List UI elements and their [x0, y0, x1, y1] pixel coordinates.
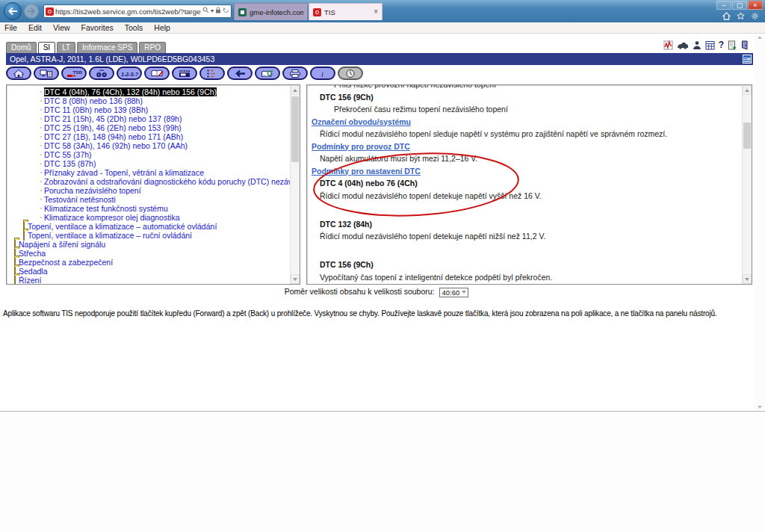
- tree-link[interactable]: DTC 11 (0Bh) nebo 139 (8Bh): [44, 105, 148, 114]
- menu-item-file[interactable]: File: [4, 23, 17, 32]
- browser-tab-tis[interactable]: TIS ×: [309, 3, 382, 20]
- browser-forward-button[interactable]: [24, 4, 39, 19]
- caret-down-icon[interactable]: ▾: [211, 7, 214, 15]
- tree-item: DTC 11 (0Bh) nebo 139 (8Bh): [7, 105, 289, 114]
- app-tab-informace-sps[interactable]: Informace SPS: [77, 42, 137, 54]
- steps-button[interactable]: 1-2-3-?: [117, 66, 142, 80]
- refresh-icon[interactable]: [223, 7, 229, 16]
- content-link[interactable]: Podmínky pro nastavení DTC: [312, 167, 741, 176]
- vehicle-session-button[interactable]: [34, 66, 59, 80]
- home-icon[interactable]: [722, 12, 731, 20]
- tree-item: Testování netěsnosti: [7, 195, 289, 204]
- back-button[interactable]: [227, 66, 253, 80]
- tree-link[interactable]: Střecha: [19, 249, 46, 258]
- tree-link[interactable]: Topení, ventilace a klimatizace – ruční …: [28, 231, 192, 240]
- gear-icon[interactable]: [751, 12, 759, 20]
- minimize-button[interactable]: –: [716, 1, 731, 10]
- app-tab-lt[interactable]: LT: [57, 42, 75, 54]
- calendar-icon[interactable]: [705, 40, 715, 50]
- tree-link[interactable]: DTC 55 (37h): [44, 150, 92, 159]
- menu-item-favorites[interactable]: Favorites: [81, 23, 114, 32]
- info-icon: i: [315, 69, 330, 78]
- tree-link[interactable]: DTC 135 (87h): [44, 159, 96, 168]
- tree-link[interactable]: DTC 21 (15h), 45 (2Dh) nebo 137 (89h): [44, 114, 182, 123]
- page-scrollbar[interactable]: [755, 34, 765, 411]
- info-button[interactable]: i: [310, 66, 335, 80]
- tree-link[interactable]: Klimatizace test funkčnosti systému: [44, 204, 168, 213]
- tree-link[interactable]: DTC 25 (19h), 46 (2Eh) nebo 153 (99h): [44, 123, 182, 132]
- browser-tab-gme-infotech[interactable]: gme-infotech.com: [234, 3, 308, 20]
- svg-text:TSB: TSB: [73, 69, 83, 75]
- ratio-select[interactable]: 40:60: [439, 288, 468, 297]
- browser-chrome: https://tis2web.service.gm.com/tis2web/?…: [0, 0, 765, 22]
- toc-tree-panel: DTC 4 (04h), 76 (4Ch), 132 (84h) nebo 15…: [6, 84, 300, 285]
- document-scrollbar[interactable]: [742, 85, 752, 284]
- print-button[interactable]: [282, 66, 308, 80]
- tree-link[interactable]: Topení, ventilace a klimatizace – automa…: [28, 222, 217, 231]
- home-button[interactable]: [6, 66, 31, 80]
- app-header-icons: ?: [663, 40, 749, 50]
- tree-link[interactable]: Sedadla: [19, 267, 48, 276]
- refresh-doc-button[interactable]: [255, 66, 280, 80]
- app-tab-domů[interactable]: Domů: [6, 42, 37, 54]
- footer-warning: Aplikace softwaru TIS nepodporuje použit…: [3, 309, 762, 318]
- tree-scrollbar[interactable]: [290, 85, 300, 284]
- content-link[interactable]: Podmínky pro provoz DTC: [312, 142, 741, 151]
- menu-item-tools[interactable]: Tools: [125, 23, 143, 32]
- tree-link[interactable]: Příznaky závad - Topení, větrání a klima…: [44, 168, 204, 177]
- maximize-button[interactable]: ▢: [732, 1, 747, 10]
- back-arrow-icon: [232, 69, 247, 78]
- tree-folder: Střecha: [7, 249, 289, 258]
- help-icon[interactable]: ?: [719, 40, 724, 50]
- menu-item-edit[interactable]: Edit: [28, 23, 42, 32]
- structure-button[interactable]: [199, 66, 225, 80]
- steps-icon: 1-2-3-?: [120, 69, 138, 78]
- scroll-up-arrow[interactable]: [743, 85, 752, 95]
- app-tab-rpo[interactable]: RPO: [139, 42, 166, 54]
- tree-link[interactable]: DTC 27 (1B), 148 (94h) nebo 171 (ABh): [44, 132, 183, 141]
- tree-link[interactable]: Porucha nezávislého topení: [44, 186, 141, 195]
- scroll-thumb[interactable]: [743, 123, 751, 149]
- bookmarks-button[interactable]: [144, 66, 170, 80]
- tree-link[interactable]: Napájení a šíření signálu: [19, 240, 105, 249]
- tree-link[interactable]: Testování netěsnosti: [44, 195, 116, 204]
- vehicle-icon[interactable]: [677, 41, 689, 50]
- address-bar[interactable]: https://tis2web.service.gm.com/tis2web/?…: [43, 4, 232, 18]
- menu-item-help[interactable]: Help: [154, 23, 170, 32]
- tree-item: DTC 27 (1B), 148 (94h) nebo 171 (ABh): [7, 132, 289, 141]
- search-button[interactable]: [89, 66, 114, 80]
- tree-link[interactable]: Zobrazování a odstraňování diagnostickéh…: [44, 177, 300, 186]
- tree-link[interactable]: DTC 58 (3Ah), 146 (92h) nebo 170 (AAh): [44, 141, 188, 150]
- signal-test-icon[interactable]: [663, 40, 673, 50]
- report-icon[interactable]: [728, 40, 737, 50]
- app-tab-si[interactable]: SI: [38, 42, 55, 54]
- scroll-up-arrow[interactable]: [291, 85, 300, 95]
- scroll-up-arrow[interactable]: [758, 36, 762, 39]
- tree-item: DTC 8 (08h) nebo 136 (88h): [7, 96, 289, 105]
- tree-link[interactable]: Bezpečnost a zabezpečení: [19, 258, 113, 267]
- tree-link[interactable]: Řízení: [19, 276, 41, 285]
- book-pencil-icon: [149, 69, 164, 78]
- gme-favicon: [238, 8, 247, 16]
- tree-folder: Napájení a šíření signálu: [7, 240, 289, 249]
- menu-item-view[interactable]: View: [53, 23, 70, 32]
- history-button[interactable]: [338, 66, 363, 80]
- scroll-down-arrow[interactable]: [743, 274, 752, 284]
- star-icon[interactable]: [737, 12, 745, 20]
- tsb-button[interactable]: TSB: [61, 66, 87, 80]
- back-arrow-icon: [7, 7, 18, 16]
- search-glass-icon[interactable]: [202, 7, 209, 16]
- content-link[interactable]: Označení obvodu/systému: [312, 117, 741, 126]
- tree-link[interactable]: Klimatizace kompresor olej diagnostika: [44, 213, 180, 222]
- media-button[interactable]: [172, 66, 197, 80]
- scroll-down-arrow[interactable]: [758, 406, 762, 409]
- scroll-down-arrow[interactable]: [291, 274, 300, 284]
- exit-door-icon[interactable]: [740, 40, 749, 50]
- tree-link[interactable]: DTC 4 (04h), 76 (4Ch), 132 (84h) nebo 15…: [44, 87, 217, 96]
- tab-close-icon[interactable]: ×: [374, 8, 378, 16]
- user-icon[interactable]: [693, 40, 701, 50]
- tree-link[interactable]: DTC 8 (08h) nebo 136 (88h): [44, 96, 143, 105]
- close-button[interactable]: ×: [748, 1, 763, 10]
- browser-back-button[interactable]: [4, 2, 22, 20]
- scroll-thumb[interactable]: [291, 96, 299, 162]
